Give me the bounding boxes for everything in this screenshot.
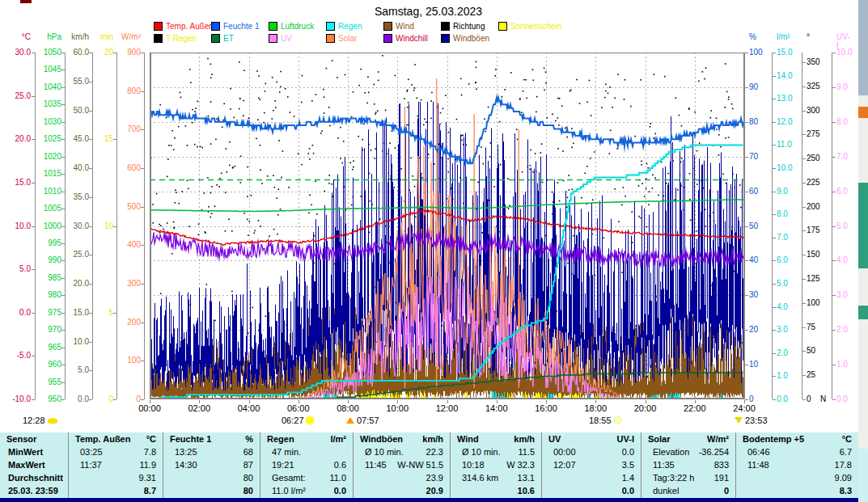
table-column-sensor: SensorMinWertMaxWertDurchschnitt25.03. 2… xyxy=(0,432,69,498)
cell-label: 47 min. xyxy=(272,445,301,458)
axis-tick xyxy=(61,70,65,70)
table-cell-row: Ø 10 min.11.5 xyxy=(451,445,541,458)
legend-swatch-icon xyxy=(154,34,163,43)
axis-tick xyxy=(745,122,748,123)
column-title: Temp. Außen xyxy=(75,432,130,445)
cell-label: Ø 10 min. xyxy=(365,445,404,458)
axis-tick-label: 25.0 xyxy=(0,251,89,259)
axis-tick-label: 955 xyxy=(0,378,61,386)
axis-tick-label: 7.0 xyxy=(836,153,848,161)
axis-tick-label: 5.0 xyxy=(0,366,89,374)
legend-item-feuchte-1[interactable]: Feuchte 1 xyxy=(211,22,269,31)
legend-swatch-icon xyxy=(441,34,450,43)
cell-value: 22.3 xyxy=(426,445,443,458)
axis-tick xyxy=(745,330,748,331)
axis-tick xyxy=(802,303,806,304)
axis-tick-label: 10.0 xyxy=(0,338,89,346)
legend-label: ET xyxy=(223,34,234,43)
legend-item-t-regen[interactable]: T Regen xyxy=(154,34,211,43)
axis-line xyxy=(802,53,802,399)
cell-value: 11.5 xyxy=(518,445,535,458)
column-unit: °C xyxy=(842,432,852,445)
cell-label: 11.0 l/m² xyxy=(272,484,306,497)
axis-unit-label: l/m² xyxy=(777,32,790,41)
axis-tick xyxy=(141,207,144,208)
axis-tick xyxy=(89,255,92,255)
background-window-sliver[interactable] xyxy=(858,0,868,502)
cell-value: 13.1 xyxy=(518,471,535,484)
axis-tick-label: 9.0 xyxy=(777,188,788,196)
table-column-header: SolarW/m² xyxy=(641,432,735,445)
axis-tick-label: 25 xyxy=(807,371,815,379)
time-axis-label: 20:00 xyxy=(634,403,657,413)
legend-item-richtung[interactable]: Richtung xyxy=(441,22,498,31)
axis-tick xyxy=(802,399,806,400)
cell-value: 10.6 xyxy=(518,484,535,497)
axis-tick-label: 40 xyxy=(749,256,758,264)
chart-plot-area[interactable] xyxy=(150,53,744,399)
axis-tick xyxy=(773,76,776,77)
background-window-fragment xyxy=(858,268,868,306)
time-axis-label: 14:00 xyxy=(485,403,508,413)
cell-value: 9.09 xyxy=(835,471,852,484)
axis-tick-label: 2.0 xyxy=(836,326,848,334)
axis-tick-label: 35.0 xyxy=(0,193,89,201)
legend-item-solar[interactable]: Solar xyxy=(326,34,383,43)
axis-tick-label: 0 xyxy=(807,395,811,403)
table-column-header: UVUV-I xyxy=(542,432,641,445)
cell-value: 0 xyxy=(724,484,729,497)
cell-value: 8.7 xyxy=(144,484,156,497)
axis-tick-label: 15.0 xyxy=(0,179,31,187)
row-label: MinWert xyxy=(8,445,43,458)
annotation-time-label: 07:57 xyxy=(357,416,379,425)
legend-item-regen[interactable]: Regen xyxy=(326,22,383,31)
column-unit: °C xyxy=(146,432,156,445)
legend-swatch-icon xyxy=(154,22,163,31)
table-cell-row: 00:000.0 xyxy=(542,445,641,458)
axis-tick xyxy=(832,122,836,123)
axis-tick xyxy=(802,86,806,87)
cell-value: 833 xyxy=(714,458,729,471)
legend-item-sonnenschein[interactable]: Sonnenschein xyxy=(498,22,556,31)
background-window-fragment xyxy=(858,183,868,268)
table-cell-row: 13:2568 xyxy=(163,445,260,458)
table-cell-row: 03:257.8 xyxy=(69,445,163,458)
axis-tick xyxy=(745,399,748,400)
axis-tick-label: 175 xyxy=(807,226,820,234)
axis-tick xyxy=(832,157,836,158)
axis-unit-label: ° xyxy=(807,32,810,41)
axis-tick xyxy=(832,399,836,400)
table-cell-row: Tag:3:22 h191 xyxy=(641,471,735,484)
table-column-wind: Windkm/hØ 10 min.11.510:18W 32.3314.6 km… xyxy=(451,432,542,498)
cell-value: 8.3 xyxy=(840,484,852,497)
legend-item-temp-au-en[interactable]: Temp. Außen xyxy=(154,22,211,31)
axis-tick xyxy=(773,122,776,123)
table-cell-row: 14:3087 xyxy=(163,458,260,471)
axis-tick xyxy=(802,134,806,135)
timeline-annotation: 12:28 xyxy=(23,416,57,425)
legend-item-luftdruck[interactable]: Luftdruck xyxy=(269,22,326,31)
legend-item-et[interactable]: ET xyxy=(211,34,269,43)
legend-swatch-icon xyxy=(211,34,220,43)
table-column-header: Regenl/m² xyxy=(260,432,353,445)
table-cell-row: 10.6 xyxy=(451,484,541,497)
axis-tick xyxy=(141,323,144,323)
axis-tick xyxy=(832,365,836,365)
axis-tick xyxy=(745,157,748,158)
legend-item-uv[interactable]: UV xyxy=(269,34,326,43)
axis-tick-label: 1.0 xyxy=(836,361,848,369)
table-cell-row: 11:3711.9 xyxy=(69,458,163,471)
legend-item-windchill[interactable]: Windchill xyxy=(383,34,441,43)
legend-label: Sonnenschein xyxy=(510,22,561,31)
cell-label: 14:30 xyxy=(175,458,197,471)
axis-tick xyxy=(773,399,776,400)
axis-tick xyxy=(832,192,836,192)
axis-tick xyxy=(832,260,836,261)
legend-item-windb-en[interactable]: Windböen xyxy=(441,34,498,43)
axis-tick xyxy=(141,129,144,130)
legend-item-wind[interactable]: Wind xyxy=(383,22,441,31)
table-cell-row: 0.0 xyxy=(542,484,641,497)
legend-swatch-icon xyxy=(326,22,335,31)
axis-tick-label: 8.0 xyxy=(777,210,788,218)
axis-tick xyxy=(61,382,65,383)
